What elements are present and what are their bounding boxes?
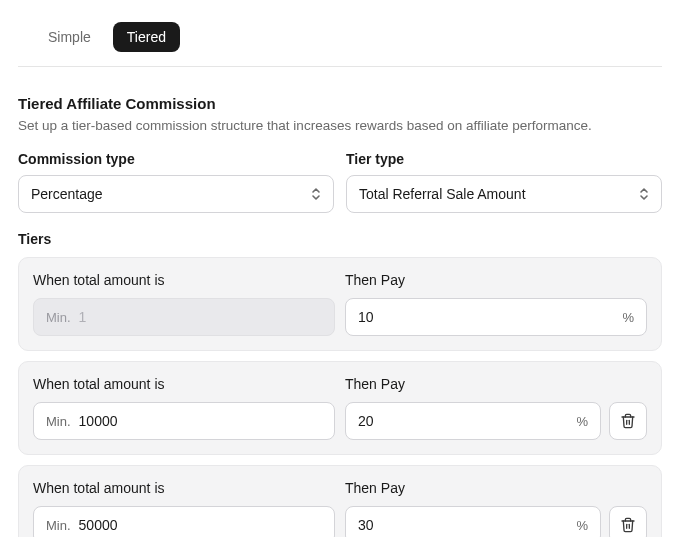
tier-type-label: Tier type — [346, 151, 662, 167]
delete-tier-button[interactable] — [609, 506, 647, 537]
tier-card: When total amount is Min. Then Pay % — [18, 465, 662, 537]
percent-suffix: % — [576, 518, 588, 533]
tier-type-value: Total Referral Sale Amount — [359, 186, 526, 202]
min-prefix: Min. — [46, 518, 71, 533]
tier-min-input[interactable] — [79, 413, 322, 429]
tabs: Simple Tiered — [18, 0, 662, 67]
commission-type-label: Commission type — [18, 151, 334, 167]
tier-min-input-wrap[interactable]: Min. — [33, 402, 335, 440]
tab-simple[interactable]: Simple — [34, 22, 105, 52]
section-title: Tiered Affiliate Commission — [18, 95, 662, 112]
trash-icon — [620, 413, 636, 429]
commission-type-select[interactable]: Percentage — [18, 175, 334, 213]
min-prefix: Min. — [46, 310, 71, 325]
tier-type-select[interactable]: Total Referral Sale Amount — [346, 175, 662, 213]
tier-min-input-wrap[interactable]: Min. — [33, 506, 335, 537]
percent-suffix: % — [622, 310, 634, 325]
commission-type-value: Percentage — [31, 186, 103, 202]
tier-card: When total amount is Min. Then Pay % — [18, 257, 662, 351]
tiers-label: Tiers — [18, 231, 662, 247]
tier-pay-input[interactable] — [358, 309, 614, 325]
tier-when-label: When total amount is — [33, 376, 335, 392]
section-description: Set up a tier-based commission structure… — [18, 118, 662, 133]
tier-when-label: When total amount is — [33, 272, 335, 288]
tier-then-label: Then Pay — [345, 480, 647, 496]
tier-min-input[interactable] — [79, 517, 322, 533]
min-prefix: Min. — [46, 414, 71, 429]
trash-icon — [620, 517, 636, 533]
tier-min-input — [79, 309, 322, 325]
tier-card: When total amount is Min. Then Pay % — [18, 361, 662, 455]
tier-min-input-wrap: Min. — [33, 298, 335, 336]
tier-pay-input[interactable] — [358, 517, 568, 533]
tab-tiered[interactable]: Tiered — [113, 22, 180, 52]
tier-pay-input[interactable] — [358, 413, 568, 429]
delete-tier-button[interactable] — [609, 402, 647, 440]
tier-pay-input-wrap[interactable]: % — [345, 506, 601, 537]
chevron-up-down-icon — [637, 185, 651, 203]
tier-then-label: Then Pay — [345, 272, 647, 288]
tier-pay-input-wrap[interactable]: % — [345, 402, 601, 440]
tier-then-label: Then Pay — [345, 376, 647, 392]
percent-suffix: % — [576, 414, 588, 429]
tier-pay-input-wrap[interactable]: % — [345, 298, 647, 336]
chevron-up-down-icon — [309, 185, 323, 203]
tier-when-label: When total amount is — [33, 480, 335, 496]
